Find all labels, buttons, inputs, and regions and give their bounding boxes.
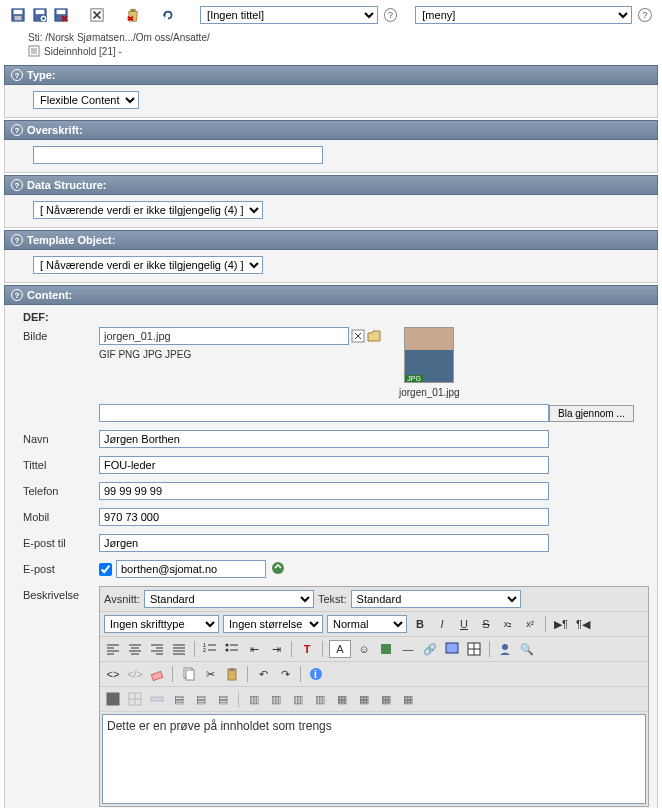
overskrift-input[interactable] bbox=[33, 146, 323, 164]
find-icon[interactable]: 🔍 bbox=[518, 640, 536, 658]
bold-icon[interactable]: B bbox=[411, 615, 429, 633]
align-right-icon[interactable] bbox=[148, 640, 166, 658]
insert-col-after-icon[interactable]: ▥ bbox=[289, 690, 307, 708]
outdent-icon[interactable]: ⇤ bbox=[245, 640, 263, 658]
browse-input[interactable] bbox=[99, 404, 549, 422]
align-center-icon[interactable] bbox=[126, 640, 144, 658]
svg-text:i: i bbox=[314, 669, 317, 680]
tekst-select[interactable]: Standard bbox=[351, 590, 521, 608]
delete-col-icon[interactable]: ▥ bbox=[311, 690, 329, 708]
clear-file-icon[interactable] bbox=[351, 329, 365, 343]
insert-row-before-icon[interactable]: ▤ bbox=[170, 690, 188, 708]
delete-icon[interactable] bbox=[125, 7, 141, 23]
insert-col-before-icon[interactable]: ▥ bbox=[267, 690, 285, 708]
table-props-icon[interactable] bbox=[126, 690, 144, 708]
tittel-label: Tittel bbox=[23, 456, 99, 471]
epost-checkbox[interactable] bbox=[99, 563, 112, 576]
section-ds-header: ?Data Structure: bbox=[4, 175, 658, 195]
ds-select[interactable]: [ Nåværende verdi er ikke tilgjengelig (… bbox=[33, 201, 263, 219]
mobil-input[interactable] bbox=[99, 508, 549, 526]
email-link-icon[interactable] bbox=[270, 560, 286, 578]
browse-button[interactable]: Bla gjennom ... bbox=[549, 405, 634, 422]
save-view-icon[interactable] bbox=[32, 7, 48, 23]
svg-rect-2 bbox=[14, 16, 21, 20]
delete-row-icon[interactable]: ▤ bbox=[214, 690, 232, 708]
menu-select[interactable]: [meny] bbox=[415, 6, 632, 24]
rte-textarea[interactable]: Dette er en prøve på innholdet som treng… bbox=[102, 714, 646, 804]
svg-rect-49 bbox=[186, 670, 194, 680]
help-icon[interactable]: ? bbox=[11, 234, 23, 246]
navn-input[interactable] bbox=[99, 430, 549, 448]
align-left-icon[interactable] bbox=[104, 640, 122, 658]
svg-point-6 bbox=[42, 17, 45, 20]
svg-rect-47 bbox=[151, 671, 162, 680]
textcolor-icon[interactable]: T bbox=[298, 640, 316, 658]
paste-icon[interactable] bbox=[223, 665, 241, 683]
redo-rte-icon[interactable]: ↷ bbox=[276, 665, 294, 683]
eraser-icon[interactable] bbox=[148, 665, 166, 683]
help-icon[interactable]: ? bbox=[11, 69, 23, 81]
font-select[interactable]: Ingen skrifttype bbox=[104, 615, 219, 633]
col-split-icon[interactable]: ▥ bbox=[245, 690, 263, 708]
rtl-icon[interactable]: ¶◀ bbox=[574, 615, 592, 633]
telefon-label: Telefon bbox=[23, 482, 99, 497]
indent-icon[interactable]: ⇥ bbox=[267, 640, 285, 658]
eposttil-input[interactable] bbox=[99, 534, 549, 552]
copy-icon[interactable] bbox=[179, 665, 197, 683]
underline-icon[interactable]: U bbox=[455, 615, 473, 633]
title-select[interactable]: [Ingen tittel] bbox=[200, 6, 377, 24]
close-icon[interactable] bbox=[89, 7, 105, 23]
cell-merge2-icon[interactable]: ▦ bbox=[399, 690, 417, 708]
strike-icon[interactable]: S bbox=[477, 615, 495, 633]
subscript-icon[interactable]: x₂ bbox=[499, 615, 517, 633]
help-icon[interactable]: ? bbox=[11, 289, 23, 301]
toggle-border-icon[interactable] bbox=[104, 690, 122, 708]
italic-icon[interactable]: I bbox=[433, 615, 451, 633]
list-ul-icon[interactable] bbox=[223, 640, 241, 658]
help-menu-icon[interactable]: ? bbox=[638, 8, 652, 22]
undo-icon[interactable] bbox=[161, 7, 177, 23]
row-props-icon[interactable] bbox=[148, 690, 166, 708]
bgcolor-icon[interactable]: A bbox=[329, 640, 351, 658]
html-icon[interactable]: <> bbox=[104, 665, 122, 683]
help-title-icon[interactable]: ? bbox=[384, 8, 398, 22]
link-icon[interactable]: 🔗 bbox=[421, 640, 439, 658]
superscript-icon[interactable]: x² bbox=[521, 615, 539, 633]
epost-input[interactable] bbox=[116, 560, 266, 578]
cell-props-icon[interactable]: ▦ bbox=[333, 690, 351, 708]
save-icon[interactable] bbox=[10, 7, 26, 23]
type-select[interactable]: Flexible Content bbox=[33, 91, 139, 109]
thumb-caption: jorgen_01.jpg bbox=[399, 387, 460, 398]
size-select[interactable]: Ingen størrelse bbox=[223, 615, 323, 633]
weight-select[interactable]: Normal bbox=[327, 615, 407, 633]
avsnitt-select[interactable]: Standard bbox=[144, 590, 314, 608]
breadcrumb-path: Sti: /Norsk Sjømatsen.../Om oss/Ansatte/ bbox=[0, 30, 662, 43]
hr-icon[interactable]: — bbox=[399, 640, 417, 658]
image-icon[interactable] bbox=[443, 640, 461, 658]
telefon-input[interactable] bbox=[99, 482, 549, 500]
insert-row-after-icon[interactable]: ▤ bbox=[192, 690, 210, 708]
to-select[interactable]: [ Nåværende verdi er ikke tilgjengelig (… bbox=[33, 256, 263, 274]
emoji-icon[interactable]: ☺ bbox=[355, 640, 373, 658]
svg-point-37 bbox=[226, 644, 229, 647]
undo-rte-icon[interactable]: ↶ bbox=[254, 665, 272, 683]
save-close-icon[interactable] bbox=[54, 7, 70, 23]
table-icon[interactable] bbox=[465, 640, 483, 658]
help-icon[interactable]: ? bbox=[11, 124, 23, 136]
formats-text: GIF PNG JPG JPEG bbox=[99, 349, 381, 360]
cut-icon[interactable]: ✂ bbox=[201, 665, 219, 683]
char-icon[interactable] bbox=[377, 640, 395, 658]
ltr-icon[interactable]: ▶¶ bbox=[552, 615, 570, 633]
align-justify-icon[interactable] bbox=[170, 640, 188, 658]
svg-text:2: 2 bbox=[203, 647, 206, 653]
list-ol-icon[interactable]: 12 bbox=[201, 640, 219, 658]
tittel-input[interactable] bbox=[99, 456, 549, 474]
folder-icon[interactable] bbox=[367, 329, 381, 343]
help-icon[interactable]: ? bbox=[11, 179, 23, 191]
section-content-header: ?Content: bbox=[4, 285, 658, 305]
info-icon[interactable]: i bbox=[307, 665, 325, 683]
clean-icon[interactable]: </> bbox=[126, 665, 144, 683]
cell-merge-icon[interactable]: ▦ bbox=[377, 690, 395, 708]
cell-split-icon[interactable]: ▦ bbox=[355, 690, 373, 708]
user-icon[interactable] bbox=[496, 640, 514, 658]
